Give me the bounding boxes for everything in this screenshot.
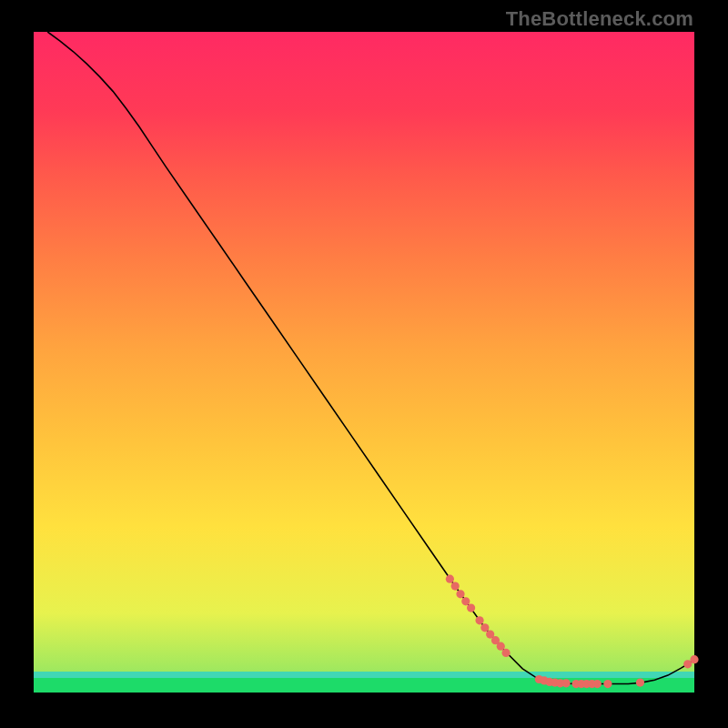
data-point: [451, 582, 460, 591]
data-point: [456, 590, 464, 598]
watermark-text: TheBottleneck.com: [506, 7, 693, 31]
data-point: [467, 603, 475, 612]
data-point: [562, 679, 571, 687]
data-point: [461, 597, 470, 605]
bottleneck-curve: [47, 32, 694, 684]
data-point: [690, 655, 698, 663]
data-point: [636, 679, 644, 687]
data-point: [475, 616, 483, 624]
data-point: [480, 623, 489, 632]
data-point: [593, 680, 602, 688]
data-point: [603, 680, 612, 688]
data-point: [501, 649, 510, 657]
data-point: [446, 575, 454, 583]
data-point: [497, 642, 505, 651]
data-points: [446, 575, 699, 689]
chart-overlay: [34, 32, 694, 693]
